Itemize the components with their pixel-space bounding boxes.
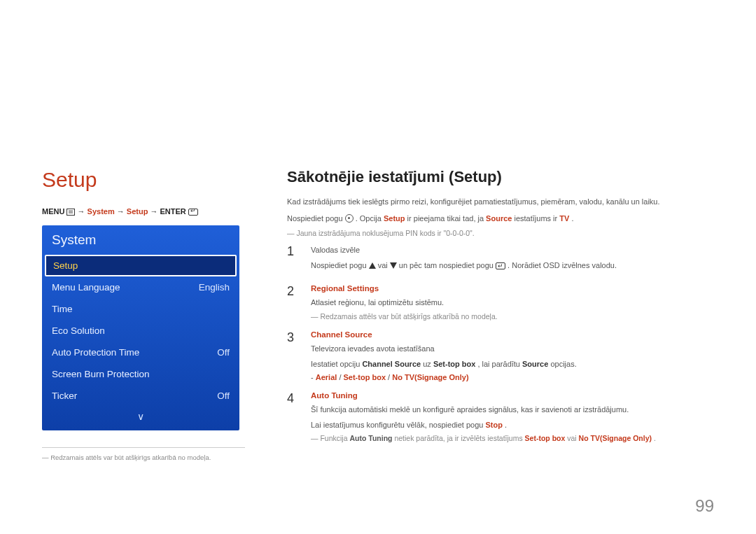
text: ir pieejama tikai tad, ja — [407, 214, 486, 223]
breadcrumb-enter: ENTER — [160, 207, 186, 216]
step-list: Valodas izvēle Nospiediet pogu vai un pē… — [287, 244, 714, 442]
pin-note: Jauna izstrādājuma noklusējuma PIN kods … — [287, 229, 714, 237]
text: netiek parādīta, ja ir izvēlēts iestatīj… — [394, 434, 524, 442]
menu-item-label: Auto Protection Time — [52, 347, 139, 358]
breadcrumb-arrow: → — [150, 207, 158, 216]
hl-no-tv: No TV(Signage Only) — [579, 434, 652, 442]
menu-item-screen-burn-protection[interactable]: Screen Burn Protection — [42, 363, 239, 385]
menu-item-value: Off — [217, 391, 230, 401]
menu-item-label: Eco Solution — [52, 325, 105, 336]
step-3-text-2: Iestatiet opciju Channel Source uz Set-t… — [311, 358, 714, 371]
text: Funkcija — [320, 434, 349, 442]
text: Lai iestatījumus konfigurētu vēlāk, nosp… — [311, 421, 486, 429]
step-2-text: Atlasiet reģionu, lai optimizētu sistēmu… — [311, 297, 714, 309]
text: opcijas. — [550, 360, 576, 368]
down-icon — [390, 262, 397, 269]
text: vai — [378, 261, 390, 269]
step-1-text: Nospiediet pogu vai un pēc tam nospiedie… — [311, 260, 714, 272]
hl-set-top-box: Set-top box — [525, 434, 566, 442]
step-2: Regional Settings Atlasiet reģionu, lai … — [287, 284, 714, 321]
menu-item-value: English — [199, 282, 230, 293]
press-button-paragraph: Nospiediet pogu . Opcija Setup ir pieeja… — [287, 213, 714, 225]
divider — [42, 447, 245, 448]
step-1: Valodas izvēle Nospiediet pogu vai un pē… — [287, 244, 714, 274]
menu-item-label: Time — [52, 304, 73, 314]
breadcrumb-arrow: → — [117, 207, 125, 216]
menu-item-menu-language[interactable]: Menu Language English — [42, 276, 239, 298]
text: . — [505, 421, 507, 429]
menu-panel-title: System — [42, 225, 239, 255]
bold-auto-tuning: Auto Tuning — [349, 434, 392, 442]
text: , lai parādītu — [477, 360, 522, 368]
step-4-text-2: Lai iestatījumus konfigurētu vēlāk, nosp… — [311, 419, 714, 432]
bold-set-top-box: Set-top box — [433, 360, 476, 368]
breadcrumb-setup: Setup — [127, 207, 148, 216]
step-3-text-1: Televizora ievades avota iestatīšana — [311, 343, 714, 356]
menu-icon — [66, 209, 75, 216]
menu-item-label: Screen Burn Protection — [52, 369, 150, 379]
text: uz — [423, 360, 433, 368]
step-4: Auto Tuning Šī funkcija automātiski mekl… — [287, 391, 714, 442]
breadcrumb-arrow: → — [78, 207, 85, 216]
page-number: 99 — [695, 496, 714, 516]
step-2-note: Redzamais attēls var būt atšķirīgs atkar… — [311, 312, 714, 321]
menu-more-down[interactable]: ∨ — [42, 407, 239, 425]
hl-no-tv: No TV(Signage Only) — [392, 373, 468, 381]
up-icon — [369, 262, 376, 269]
menu-item-label: Menu Language — [52, 282, 120, 293]
menu-item-time[interactable]: Time — [42, 298, 239, 320]
breadcrumb-system: System — [88, 207, 115, 216]
step-3: Channel Source Televizora ievades avota … — [287, 330, 714, 381]
menu-item-value: Off — [217, 347, 230, 358]
system-menu-panel: System Setup Menu Language English Time … — [42, 225, 239, 430]
step-4-title: Auto Tuning — [311, 391, 714, 400]
section-heading-setup: Setup — [42, 168, 245, 192]
text: Nospiediet pogu — [287, 214, 345, 223]
hl-aerial: Aerial — [316, 373, 337, 381]
enter-icon — [188, 209, 198, 216]
hl-setup: Setup — [384, 214, 405, 223]
step-1-title: Valodas izvēle — [311, 244, 714, 257]
menu-item-label: Setup — [53, 260, 78, 271]
menu-item-label: Ticker — [52, 391, 77, 401]
text: iestatījums ir — [514, 214, 559, 223]
step-3-options: Aerial / Set-top box / No TV(Signage Onl… — [311, 373, 714, 381]
text: Iestatiet opciju — [311, 360, 362, 368]
menu-item-ticker[interactable]: Ticker Off — [42, 385, 239, 407]
heading-initial-setup: Sākotnējie iestatījumi (Setup) — [287, 168, 714, 186]
hl-stop: Stop — [486, 421, 503, 429]
step-4-note: Funkcija Auto Tuning netiek parādīta, ja… — [311, 434, 714, 442]
text: . — [571, 214, 573, 223]
bold-channel-source: Channel Source — [362, 360, 421, 368]
step-2-title: Regional Settings — [311, 284, 714, 293]
menu-item-eco-solution[interactable]: Eco Solution — [42, 320, 239, 342]
step-4-text-1: Šī funkcija automātiski meklē un konfigu… — [311, 404, 714, 416]
hl-source: Source — [486, 214, 512, 223]
bold-source: Source — [522, 360, 548, 368]
intro-paragraph: Kad izstrādājums tiek ieslēgts pirmo rei… — [287, 196, 714, 209]
text: . Opcija — [356, 214, 384, 223]
step-3-title: Channel Source — [311, 330, 714, 339]
hl-tv: TV — [559, 214, 569, 223]
left-footnote: Redzamais attēls var būt atšķirīgs atkar… — [42, 454, 245, 461]
breadcrumb-menu: MENU — [42, 207, 64, 216]
text: . — [654, 434, 656, 442]
enter-icon — [496, 262, 505, 269]
breadcrumb: MENU → System → Setup → ENTER — [42, 207, 245, 216]
text: . Norādiet OSD izvēlnes valodu. — [507, 261, 617, 269]
text: vai — [567, 434, 578, 442]
text: un pēc tam nospiediet pogu — [399, 261, 496, 269]
menu-item-auto-protection-time[interactable]: Auto Protection Time Off — [42, 342, 239, 363]
menu-item-setup[interactable]: Setup — [45, 255, 237, 276]
hl-set-top-box: Set-top box — [344, 373, 386, 381]
text: Nospiediet pogu — [311, 261, 369, 269]
power-icon — [345, 214, 354, 223]
